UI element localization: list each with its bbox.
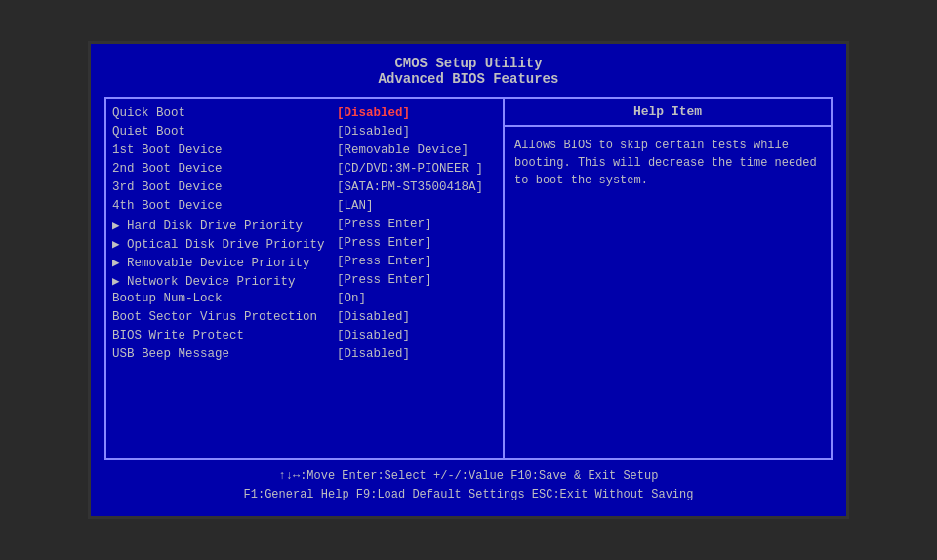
bios-row-value: [Disabled] [337, 329, 497, 342]
bios-row[interactable]: Quick Boot[Disabled] [112, 106, 497, 124]
footer: ↑↓↔:Move Enter:Select +/-/:Value F10:Sav… [104, 467, 833, 504]
bios-row-label: ▶ Hard Disk Drive Priority [112, 218, 337, 233]
bios-row-value: [Press Enter] [337, 218, 497, 231]
bios-row-label: 3rd Boot Device [112, 180, 337, 194]
bios-row-label: ▶ Network Device Priority [112, 273, 337, 289]
bios-row-value: [Removable Device] [337, 143, 497, 157]
bios-row-label: Quick Boot [112, 106, 337, 120]
bios-row[interactable]: ▶ Network Device Priority[Press Enter] [112, 273, 497, 291]
bios-row-value: [Disabled] [337, 125, 497, 139]
monitor: CMOS Setup Utility Advanced BIOS Feature… [0, 0, 937, 560]
bios-row-label: BIOS Write Protect [112, 329, 337, 342]
bios-row[interactable]: ▶ Optical Disk Drive Priority[Press Ente… [112, 236, 497, 254]
bios-row-label: ▶ Removable Device Priority [112, 255, 337, 270]
bios-row[interactable]: USB Beep Message[Disabled] [112, 347, 497, 365]
bios-row-label: Boot Sector Virus Protection [112, 310, 337, 324]
bios-row[interactable]: 2nd Boot Device[CD/DVD:3M-PIONEER ] [112, 162, 497, 180]
bios-row[interactable]: Quiet Boot[Disabled] [112, 125, 497, 142]
bios-row-label: 2nd Boot Device [112, 162, 337, 176]
bios-row[interactable]: ▶ Removable Device Priority[Press Enter] [112, 255, 497, 272]
bios-row[interactable]: Boot Sector Virus Protection[Disabled] [112, 310, 497, 328]
right-panel: Help Item Allows BIOS to skip certain te… [505, 99, 831, 458]
bios-row-value: [Press Enter] [337, 236, 497, 250]
bios-row[interactable]: ▶ Hard Disk Drive Priority[Press Enter] [112, 218, 497, 235]
bios-row[interactable]: BIOS Write Protect[Disabled] [112, 329, 497, 346]
bios-row[interactable]: 4th Boot Device[LAN] [112, 199, 497, 217]
bios-row-value: [Press Enter] [337, 255, 497, 268]
footer-line1: ↑↓↔:Move Enter:Select +/-/:Value F10:Sav… [104, 467, 833, 486]
title-line2: Advanced BIOS Features [104, 71, 833, 87]
bios-row-label: USB Beep Message [112, 347, 337, 361]
bios-row-value: [On] [337, 292, 497, 305]
title-line1: CMOS Setup Utility [104, 56, 833, 71]
left-panel: Quick Boot[Disabled] Quiet Boot[Disabled… [106, 99, 505, 458]
help-text: Allows BIOS to skip certain tests while … [505, 127, 831, 199]
bios-screen: CMOS Setup Utility Advanced BIOS Feature… [88, 41, 849, 519]
bios-row-value: [SATA:PM-ST3500418A] [337, 180, 497, 194]
bios-row-value: [Disabled] [337, 106, 497, 120]
bios-row[interactable]: 1st Boot Device[Removable Device] [112, 143, 497, 161]
main-content: Quick Boot[Disabled] Quiet Boot[Disabled… [104, 97, 833, 460]
bios-row-value: [Disabled] [337, 347, 497, 361]
bios-row[interactable]: Bootup Num-Lock[On] [112, 292, 497, 309]
bios-row-label: Bootup Num-Lock [112, 292, 337, 305]
bios-row-value: [CD/DVD:3M-PIONEER ] [337, 162, 497, 176]
bios-row-value: [Disabled] [337, 310, 497, 324]
bios-row-label: 1st Boot Device [112, 143, 337, 157]
title-area: CMOS Setup Utility Advanced BIOS Feature… [104, 56, 833, 87]
bios-row-label: Quiet Boot [112, 125, 337, 139]
help-item-header: Help Item [505, 99, 831, 127]
bios-row-label: ▶ Optical Disk Drive Priority [112, 236, 337, 252]
footer-line2: F1:General Help F9:Load Default Settings… [104, 486, 833, 504]
bios-row[interactable]: 3rd Boot Device[SATA:PM-ST3500418A] [112, 180, 497, 198]
bios-row-label: 4th Boot Device [112, 199, 337, 213]
bios-row-value: [Press Enter] [337, 273, 497, 287]
bios-row-value: [LAN] [337, 199, 497, 213]
